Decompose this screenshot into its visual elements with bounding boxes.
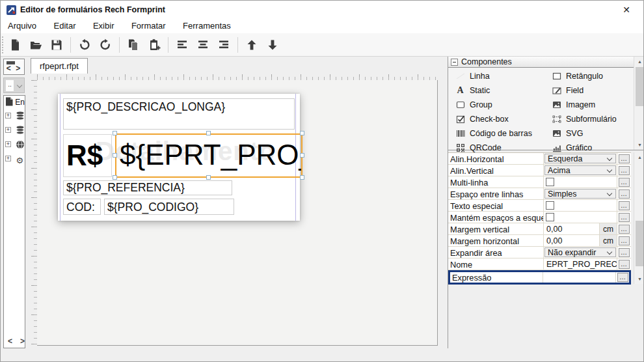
component-svg[interactable]: SVG — [551, 128, 628, 139]
component-group[interactable]: Group — [455, 100, 551, 110]
save-button[interactable] — [47, 36, 66, 54]
copy-button[interactable] — [124, 36, 142, 54]
espaco-linhas-dropdown[interactable]: Simples — [544, 189, 616, 199]
component-retangulo[interactable]: Retângulo — [551, 71, 628, 81]
field-referencia[interactable]: ${PRO_REFERENCIA} — [63, 180, 232, 195]
collapse-icon[interactable] — [451, 59, 458, 66]
scroll-up-icon[interactable]: ▲ — [634, 57, 644, 66]
more-button[interactable]: … — [619, 260, 630, 269]
tree-root-item[interactable]: Ent — [5, 97, 25, 107]
scroll-down-icon[interactable]: ▼ — [634, 274, 644, 284]
gear-icon: ⚙ — [16, 156, 23, 165]
component-imagem[interactable]: Imagem — [551, 100, 628, 110]
align-left-button[interactable] — [173, 36, 191, 54]
toolbar-separator — [168, 37, 168, 53]
resize-handle-n[interactable] — [206, 131, 211, 135]
mantem-espacos-checkbox[interactable] — [546, 213, 554, 221]
chevron-down-icon — [607, 249, 612, 255]
more-button[interactable]: … — [619, 248, 630, 257]
more-button[interactable]: … — [619, 166, 630, 175]
properties-scrollbar[interactable]: ▲ ▼ — [634, 152, 644, 284]
resize-handle-sw[interactable] — [113, 175, 117, 180]
align-center-button[interactable] — [194, 36, 212, 54]
nome-input[interactable]: EPRT_PRO_PRECO... — [544, 258, 617, 270]
scroll-right-icon[interactable]: > — [20, 337, 25, 346]
move-down-button[interactable] — [263, 36, 282, 54]
component-linha[interactable]: Linha — [455, 71, 551, 81]
alin-vertical-dropdown[interactable]: Acima — [544, 165, 616, 175]
expand-icon[interactable]: + — [5, 156, 11, 161]
sidebar-dropdown[interactable]: .. — [3, 77, 25, 93]
arrow-up-icon — [245, 38, 258, 51]
new-file-button[interactable] — [6, 36, 24, 54]
field-codigo[interactable]: ${PRO_CODIGO} — [104, 199, 234, 215]
more-button[interactable]: … — [619, 178, 630, 187]
more-button[interactable]: … — [619, 236, 630, 245]
margem-horizontal-input[interactable]: 0,00 — [544, 235, 599, 246]
texto-especial-checkbox[interactable] — [546, 201, 554, 210]
redo-button[interactable] — [96, 36, 114, 54]
menu-formatar[interactable]: Formatar — [124, 19, 173, 33]
expand-icon[interactable]: + — [5, 127, 11, 133]
component-field[interactable]: Field — [551, 85, 628, 96]
scroll-left-icon[interactable]: < — [8, 337, 12, 346]
expand-icon[interactable]: + — [5, 141, 11, 147]
tree-node-database[interactable]: + — [5, 124, 25, 135]
component-subformulario[interactable]: Subformulário — [551, 114, 628, 124]
more-button[interactable]: … — [619, 189, 630, 199]
resize-handle-e[interactable] — [300, 153, 304, 158]
static-cod-label[interactable]: COD: — [63, 199, 101, 215]
expand-icon[interactable]: + — [5, 113, 11, 118]
align-right-button[interactable] — [215, 36, 233, 54]
tree-node-settings[interactable]: + ⚙ — [5, 152, 23, 165]
scrollbar-thumb[interactable] — [636, 221, 644, 266]
toolbar-grip[interactable] — [2, 36, 5, 53]
code-view-button[interactable]: < > — [3, 59, 25, 75]
design-canvas[interactable]: Detalhamento ${PRO_DESCRICAO_LONGA} R$ $… — [37, 80, 438, 346]
form-page[interactable]: Detalhamento ${PRO_DESCRICAO_LONGA} R$ $… — [58, 94, 300, 221]
menu-editar[interactable]: Editar — [47, 19, 83, 33]
expandir-area-dropdown[interactable]: Não expandir — [544, 247, 616, 257]
scroll-down-icon[interactable]: ▼ — [634, 140, 644, 150]
expressao-input[interactable] — [543, 272, 615, 283]
resize-handle-s[interactable] — [206, 175, 211, 180]
menu-arquivo[interactable]: Arquivo — [1, 19, 44, 33]
menu-exibir[interactable]: Exibir — [86, 19, 122, 33]
resize-handle-ne[interactable] — [300, 131, 304, 135]
undo-button[interactable] — [75, 36, 94, 54]
more-button[interactable]: … — [619, 201, 630, 210]
components-scrollbar[interactable]: ▲ ▼ — [634, 57, 644, 150]
scroll-up-icon[interactable]: ▲ — [634, 152, 644, 162]
more-button[interactable]: … — [617, 273, 628, 282]
property-row-expressao-selected[interactable]: Expressão … — [448, 270, 631, 285]
tree-node-globe[interactable]: + — [5, 138, 25, 150]
resize-handle-w[interactable] — [113, 153, 117, 158]
field-preco-selected[interactable]: ${EPRT_PRO_PRECO} — [115, 133, 302, 178]
component-static[interactable]: A Static — [455, 85, 551, 96]
move-up-button[interactable] — [243, 36, 261, 54]
components-header[interactable]: Componentes — [448, 57, 644, 68]
paste-button[interactable] — [145, 36, 163, 54]
margem-vertical-input[interactable]: 0,00 — [544, 223, 599, 234]
scrollbar-thumb[interactable] — [636, 67, 644, 106]
component-qrcode[interactable]: QRCode — [455, 143, 551, 153]
open-button[interactable] — [27, 36, 45, 54]
component-codigo-barras[interactable]: Código de barras — [455, 128, 551, 139]
more-button[interactable]: … — [619, 213, 630, 222]
field-descricao-longa[interactable]: ${PRO_DESCRICAO_LONGA} — [63, 98, 295, 130]
multi-linha-checkbox[interactable] — [546, 178, 554, 186]
more-button[interactable]: … — [619, 154, 630, 163]
resize-handle-nw[interactable] — [113, 131, 117, 135]
static-currency[interactable]: R$ — [63, 134, 112, 177]
more-button[interactable]: … — [619, 225, 630, 234]
tab-rfpeprt[interactable]: rfpeprt.rfpt — [31, 58, 88, 74]
menu-ferramentas[interactable]: Ferramentas — [176, 19, 238, 33]
component-checkbox[interactable]: Check-box — [455, 114, 551, 124]
alin-horizontal-dropdown[interactable]: Esquerda — [544, 154, 616, 163]
database-icon — [16, 111, 25, 120]
close-icon[interactable]: ✕ — [617, 3, 636, 16]
tree-node-database[interactable]: + — [5, 109, 25, 121]
unit-label: cm — [599, 223, 617, 234]
component-grafico[interactable]: Gráfico — [551, 143, 628, 153]
resize-handle-se[interactable] — [300, 175, 304, 180]
